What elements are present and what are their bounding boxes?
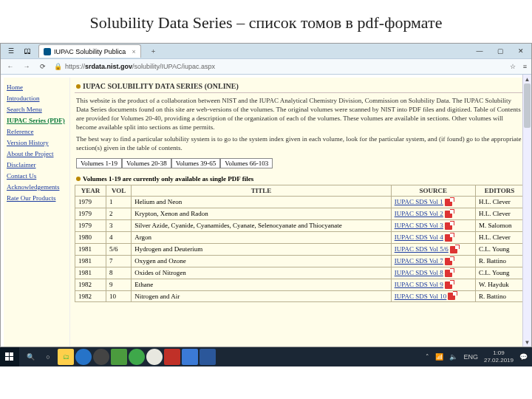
pdf-link[interactable]: IUPAC SDS Vol 1 bbox=[395, 198, 443, 205]
svg-rect-0 bbox=[5, 352, 9, 356]
address-bar: ← → ⟳ 🔒 https://srdata.nist.gov/solubili… bbox=[1, 58, 531, 75]
table-row: 198210Nitrogen and AirIUPAC SDS Vol 10R.… bbox=[75, 290, 524, 302]
sidebar-item[interactable]: IUPAC Series (PDF) bbox=[7, 115, 66, 126]
table-row: 19815/6Hydrogen and DeuteriumIUPAC SDS V… bbox=[75, 243, 524, 255]
pdf-icon bbox=[445, 282, 452, 289]
close-button[interactable]: ✕ bbox=[511, 44, 531, 58]
tab-favicon bbox=[44, 48, 51, 55]
cell-source: IUPAC SDS Vol 10 bbox=[391, 290, 475, 302]
pdf-link[interactable]: IUPAC SDS Vol 9 bbox=[395, 281, 443, 288]
maximize-button[interactable]: ▢ bbox=[490, 44, 511, 58]
tab-active[interactable]: IUPAC Solubility Publica × bbox=[38, 44, 141, 58]
search-icon[interactable]: 🔍 bbox=[22, 349, 38, 365]
pdf-link[interactable]: IUPAC SDS Vol 5/6 bbox=[395, 245, 449, 253]
scroll-down-icon[interactable]: ▼ bbox=[523, 338, 531, 347]
sidebar-item[interactable]: Reference bbox=[7, 126, 66, 137]
reload-button[interactable]: ⟳ bbox=[38, 63, 48, 70]
taskbar: 🔍 ○ 🗂 ˄ 📶 🔈 ENG 1:09 27.02.2019 💬 bbox=[0, 347, 532, 366]
volume-range-tab[interactable]: Volumes 66-103 bbox=[220, 158, 273, 168]
page-title: IUPAC SOLUBILITY DATA SERIES (ONLINE) bbox=[75, 81, 524, 93]
yandex-icon[interactable] bbox=[146, 349, 163, 365]
scroll-thumb[interactable] bbox=[524, 83, 531, 128]
favorite-icon[interactable]: ☆ bbox=[510, 63, 516, 70]
table-row: 19829EthaneIUPAC SDS Vol 9W. Hayduk bbox=[75, 279, 524, 290]
clock[interactable]: 1:09 27.02.2019 bbox=[484, 349, 514, 364]
cell-year: 1982 bbox=[75, 290, 106, 302]
sidebar-item[interactable]: Acknowledgements bbox=[7, 182, 66, 193]
volume-range-tab[interactable]: Volumes 1-19 bbox=[76, 158, 122, 168]
app-icon-4[interactable] bbox=[182, 349, 198, 365]
wifi-icon[interactable]: 📶 bbox=[435, 353, 443, 361]
cell-source: IUPAC SDS Vol 5/6 bbox=[391, 243, 475, 255]
column-header: SOURCE bbox=[391, 185, 475, 197]
sidebar-item[interactable]: Search Menu bbox=[7, 104, 66, 115]
cell-editors: C.L. Young bbox=[476, 267, 524, 279]
start-button[interactable] bbox=[0, 347, 19, 366]
app-icon-3[interactable] bbox=[164, 349, 180, 365]
cell-title: Argon bbox=[132, 231, 391, 243]
table-row: 19792Krypton, Xenon and RadonIUPAC SDS V… bbox=[75, 208, 524, 219]
tab-close-icon[interactable]: × bbox=[132, 48, 135, 55]
file-explorer-icon[interactable]: 🗂 bbox=[58, 349, 74, 365]
sidebar-item[interactable]: About the Project bbox=[7, 149, 66, 160]
cell-editors: H.L. Clever bbox=[476, 208, 524, 219]
notification-icon[interactable]: 💬 bbox=[519, 353, 528, 361]
forward-button[interactable]: → bbox=[21, 63, 32, 70]
pdf-link[interactable]: IUPAC SDS Vol 4 bbox=[395, 233, 443, 241]
volume-icon[interactable]: 🔈 bbox=[449, 353, 457, 361]
svg-rect-2 bbox=[5, 357, 9, 361]
cell-title: Krypton, Xenon and Radon bbox=[132, 208, 391, 219]
language-indicator[interactable]: ENG bbox=[463, 353, 478, 361]
main-content: IUPAC SOLUBILITY DATA SERIES (ONLINE) Th… bbox=[70, 78, 528, 347]
url-field[interactable]: 🔒 https://srdata.nist.gov/solubility/IUP… bbox=[54, 63, 504, 70]
pdf-icon bbox=[450, 246, 457, 253]
sidebar-item[interactable]: Introduction bbox=[7, 93, 66, 104]
slide-title: Solubility Data Series – список томов в … bbox=[0, 0, 532, 43]
sidebar-item[interactable]: Home bbox=[7, 82, 66, 93]
cell-vol: 10 bbox=[106, 290, 131, 302]
menu-icon[interactable]: ≡ bbox=[523, 63, 527, 70]
cell-editors: H.L. Clever bbox=[476, 231, 524, 243]
pdf-link[interactable]: IUPAC SDS Vol 2 bbox=[395, 210, 443, 217]
cell-year: 1981 bbox=[75, 243, 106, 255]
cell-year: 1981 bbox=[75, 255, 106, 267]
app-icon-1[interactable] bbox=[111, 349, 127, 365]
settings-icon[interactable] bbox=[93, 349, 109, 365]
sidebar-item[interactable]: Rate Our Products bbox=[7, 193, 66, 204]
new-tab-button[interactable]: ＋ bbox=[146, 47, 161, 56]
sidebar-item[interactable]: Disclaimer bbox=[7, 160, 66, 171]
pdf-link[interactable]: IUPAC SDS Vol 3 bbox=[395, 222, 443, 229]
scroll-up-icon[interactable]: ▲ bbox=[523, 75, 531, 83]
volume-range-tab[interactable]: Volumes 20-38 bbox=[122, 158, 171, 168]
edge-icon[interactable] bbox=[75, 349, 92, 365]
sidebar-toggle-icon[interactable]: ☰ bbox=[5, 47, 17, 55]
sidebar-item[interactable]: Contact Us bbox=[7, 171, 66, 182]
cell-vol: 7 bbox=[106, 255, 131, 267]
sidebar-item[interactable]: Version History bbox=[7, 137, 66, 149]
volume-tabs: Volumes 1-19Volumes 20-38Volumes 39-65Vo… bbox=[76, 158, 524, 168]
page-viewport: HomeIntroductionSearch MenuIUPAC Series … bbox=[1, 75, 531, 347]
cell-year: 1979 bbox=[75, 219, 106, 231]
pdf-icon bbox=[445, 222, 452, 230]
pdf-link[interactable]: IUPAC SDS Vol 8 bbox=[395, 269, 443, 276]
cortana-icon[interactable]: ○ bbox=[40, 349, 56, 365]
back-button[interactable]: ← bbox=[5, 63, 16, 70]
cell-vol: 9 bbox=[106, 279, 131, 290]
vertical-scrollbar[interactable]: ▲ ▼ bbox=[522, 75, 531, 347]
cell-year: 1979 bbox=[75, 208, 106, 219]
table-row: 19793Silver Azide, Cyanide, Cyanamides, … bbox=[75, 219, 524, 231]
cell-editors: R. Battino bbox=[476, 290, 524, 302]
minimize-button[interactable]: — bbox=[469, 44, 490, 58]
cell-title: Hydrogen and Deuterium bbox=[132, 243, 391, 255]
volume-range-tab[interactable]: Volumes 39-65 bbox=[171, 158, 221, 168]
tray-chevron-icon[interactable]: ˄ bbox=[426, 353, 429, 361]
pdf-link[interactable]: IUPAC SDS Vol 7 bbox=[395, 257, 443, 265]
table-row: 19817Oxygen and OzoneIUPAC SDS Vol 7R. B… bbox=[75, 255, 524, 267]
cell-source: IUPAC SDS Vol 1 bbox=[391, 197, 475, 208]
reading-list-icon[interactable]: 🕮 bbox=[21, 47, 34, 55]
word-icon[interactable] bbox=[200, 349, 216, 365]
pdf-icon bbox=[445, 234, 452, 242]
pdf-link[interactable]: IUPAC SDS Vol 10 bbox=[395, 293, 447, 300]
app-icon-2[interactable] bbox=[129, 349, 145, 365]
sidebar-nav: HomeIntroductionSearch MenuIUPAC Series … bbox=[4, 78, 70, 347]
